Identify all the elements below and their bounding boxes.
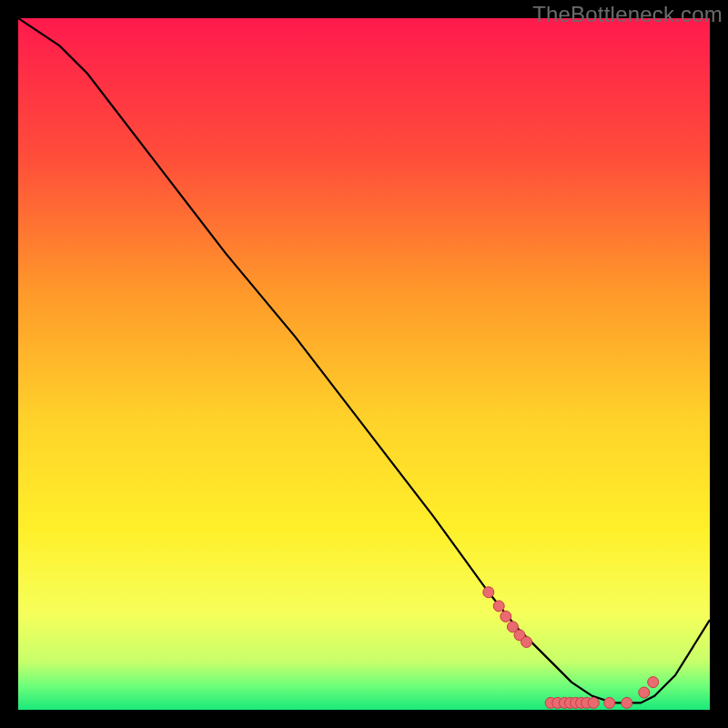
marker-dot xyxy=(521,637,532,648)
marker-dot xyxy=(648,677,659,688)
marker-dot xyxy=(500,611,511,622)
gradient-background xyxy=(18,18,710,710)
marker-dot xyxy=(639,687,650,698)
marker-dot xyxy=(604,697,615,708)
marker-dot xyxy=(622,697,632,708)
marker-dot xyxy=(483,587,494,598)
marker-dot xyxy=(588,697,599,708)
chart-plot xyxy=(18,18,710,710)
chart-svg xyxy=(18,18,710,710)
marker-dot xyxy=(493,601,504,612)
chart-frame: TheBottleneck.com xyxy=(0,0,728,728)
watermark-label: TheBottleneck.com xyxy=(532,2,723,27)
